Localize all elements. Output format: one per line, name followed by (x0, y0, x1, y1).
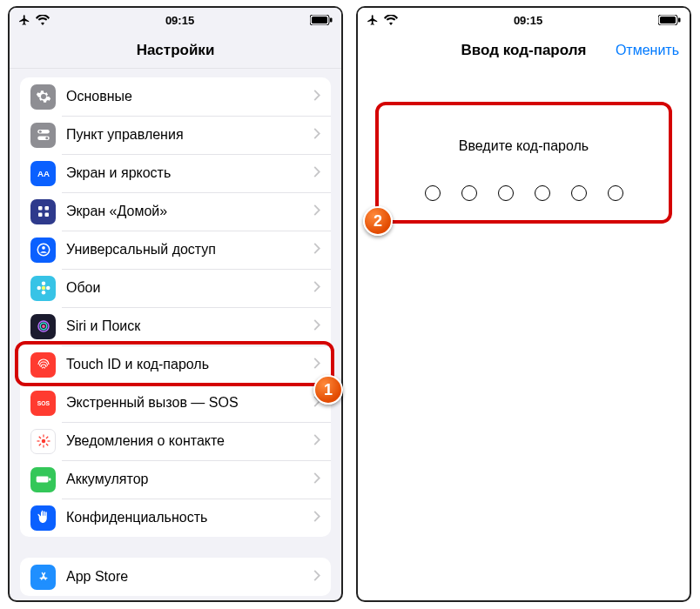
svg-line-28 (38, 437, 40, 438)
svg-point-21 (42, 325, 45, 328)
cancel-button[interactable]: Отменить (616, 32, 679, 69)
status-time: 09:15 (514, 14, 542, 27)
svg-rect-33 (49, 478, 50, 481)
svg-point-16 (41, 291, 45, 295)
svg-line-30 (46, 437, 48, 438)
battery-icon (310, 15, 333, 25)
display-icon: AA (30, 161, 56, 186)
status-bar: 09:15 (358, 8, 690, 32)
control-center-icon (30, 123, 56, 148)
svg-rect-9 (44, 206, 49, 211)
settings-row-label: Конфиденциальность (66, 510, 313, 525)
chevron-right-icon (313, 204, 320, 219)
airplane-icon (18, 14, 30, 26)
settings-row-label: Экран «Домой» (66, 204, 313, 219)
settings-row-label: Уведомления о контакте (66, 433, 313, 449)
chevron-right-icon (313, 510, 320, 525)
chevron-right-icon (313, 357, 320, 372)
passcode-dots[interactable] (358, 185, 690, 201)
passcode-dot (425, 185, 441, 201)
settings-row-control-center[interactable]: Пункт управления (20, 116, 331, 154)
svg-rect-37 (678, 18, 681, 23)
touchid-icon (30, 352, 56, 378)
settings-row-label: Аккумулятор (66, 472, 313, 487)
chevron-right-icon (313, 280, 320, 296)
chevron-right-icon (313, 318, 320, 334)
svg-text:AA: AA (37, 169, 49, 178)
settings-group-system: ОсновныеПункт управленияAAЭкран и яркост… (20, 77, 331, 537)
svg-point-6 (45, 137, 48, 139)
phone-passcode: 09:15 Ввод код-пароля Отменить Введите к… (356, 6, 691, 602)
airplane-icon (367, 14, 379, 26)
settings-row-label: Экстренный вызов — SOS (66, 395, 313, 411)
status-time: 09:15 (165, 14, 194, 27)
settings-row-label: Универсальный доступ (66, 242, 313, 258)
svg-line-29 (46, 444, 48, 445)
settings-row-sos[interactable]: SOSЭкстренный вызов — SOS (20, 384, 331, 422)
wifi-icon (36, 15, 50, 25)
settings-row-wallpaper[interactable]: Обои (20, 269, 331, 307)
settings-row-siri[interactable]: Siri и Поиск (20, 307, 331, 345)
svg-line-31 (38, 444, 40, 445)
navbar-settings: Настройки (10, 32, 341, 69)
general-icon (30, 84, 56, 110)
svg-rect-11 (44, 213, 49, 218)
settings-row-display[interactable]: AAЭкран и яркость (20, 154, 331, 192)
chevron-right-icon (313, 472, 320, 487)
passcode-dot (535, 185, 550, 201)
chevron-right-icon (313, 242, 320, 258)
wallpaper-icon (30, 276, 56, 301)
chevron-right-icon (313, 433, 320, 449)
settings-row-touchid[interactable]: Touch ID и код-пароль (20, 345, 331, 384)
settings-row-label: Пункт управления (66, 127, 313, 143)
svg-point-13 (42, 246, 45, 250)
sos-icon: SOS (30, 391, 56, 416)
svg-rect-8 (38, 206, 43, 211)
exposure-icon (30, 429, 56, 454)
chevron-right-icon (313, 127, 320, 143)
appstore-icon (30, 565, 56, 590)
settings-row-appstore[interactable]: App Store (20, 558, 331, 596)
passcode-dot (608, 185, 623, 201)
chevron-right-icon (313, 165, 320, 181)
svg-rect-2 (330, 18, 333, 23)
battery-icon (658, 15, 681, 25)
settings-row-exposure[interactable]: Уведомления о контакте (20, 422, 331, 460)
passcode-area: Введите код-пароль (358, 69, 690, 201)
settings-row-label: App Store (66, 569, 313, 585)
home-screen-icon (30, 199, 56, 224)
privacy-icon (30, 505, 56, 531)
settings-row-general[interactable]: Основные (20, 77, 331, 116)
settings-row-battery[interactable]: Аккумулятор (20, 460, 331, 499)
passcode-title: Ввод код-пароля (461, 42, 587, 59)
svg-rect-36 (660, 17, 676, 23)
settings-row-label: Touch ID и код-пароль (66, 357, 313, 372)
svg-point-23 (41, 439, 45, 444)
settings-content: ОсновныеПункт управленияAAЭкран и яркост… (10, 69, 341, 600)
page-title: Настройки (137, 42, 215, 59)
svg-point-14 (41, 286, 45, 291)
settings-row-label: Siri и Поиск (66, 318, 313, 334)
phone-settings: 09:15 Настройки ОсновныеПункт управления… (8, 6, 343, 602)
svg-point-18 (46, 286, 50, 291)
chevron-right-icon (313, 569, 320, 585)
svg-point-5 (38, 130, 41, 133)
settings-row-accessibility[interactable]: Универсальный доступ (20, 231, 331, 269)
settings-group-store: App Store (20, 558, 331, 596)
settings-row-label: Основные (66, 89, 313, 104)
passcode-dot (571, 185, 587, 201)
svg-point-12 (37, 244, 50, 256)
settings-row-home-screen[interactable]: Экран «Домой» (20, 192, 331, 231)
status-bar: 09:15 (10, 8, 341, 32)
svg-point-15 (41, 282, 45, 286)
svg-text:SOS: SOS (37, 400, 50, 406)
passcode-dot (461, 185, 477, 201)
siri-icon (30, 314, 56, 339)
wifi-icon (384, 15, 398, 25)
battery-icon (30, 467, 56, 492)
passcode-dot (498, 185, 514, 201)
settings-row-privacy[interactable]: Конфиденциальность (20, 499, 331, 537)
chevron-right-icon (313, 89, 320, 104)
settings-row-label: Обои (66, 280, 313, 296)
svg-point-17 (37, 286, 41, 291)
